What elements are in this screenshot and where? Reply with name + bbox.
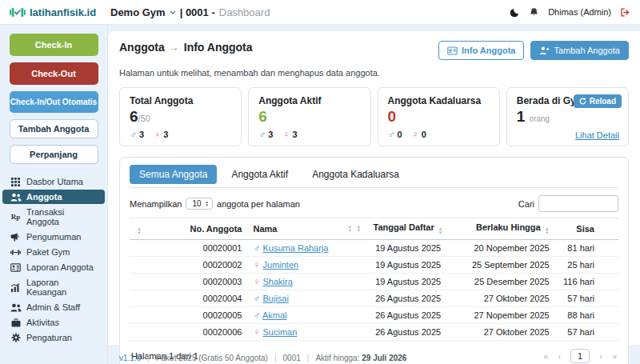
users-icon <box>10 193 22 202</box>
male-count: 3 <box>268 130 273 139</box>
sidebar-item-pengumuman[interactable]: Pengumuman <box>2 230 105 244</box>
reload-button[interactable]: Reload <box>574 94 622 108</box>
add-member-side-button[interactable]: Tambah Anggota <box>10 119 98 138</box>
moon-icon <box>510 7 520 18</box>
female-count: 3 <box>163 130 168 139</box>
tab-anggota-kadaluarsa[interactable]: Anggota Kadaluarsa <box>302 165 409 184</box>
page-label: Dashboard <box>219 6 270 18</box>
sidebar-item-pengaturan[interactable]: Pengaturan <box>2 330 105 345</box>
brand[interactable]: latihanfisik.id <box>10 6 110 18</box>
tab-anggota-aktif[interactable]: Anggota Aktif <box>222 165 298 184</box>
member-name-link[interactable]: Kusuma Raharja <box>263 243 329 253</box>
megaphone-icon <box>10 233 22 242</box>
days-left: 57 hari <box>554 290 618 307</box>
member-name-link[interactable]: Juminten <box>263 260 299 270</box>
gym-name[interactable]: Demo Gym <box>110 6 166 18</box>
id-card-icon <box>447 46 458 55</box>
sidebar-item-laporan-anggota[interactable]: Laporan Anggota <box>2 260 105 274</box>
tambah-anggota-label: Tambah Anggota <box>554 46 620 55</box>
col-berlaku-hingga[interactable]: Berlaku Hingga <box>452 218 554 240</box>
sort-icon <box>438 227 443 235</box>
days-left: 88 hari <box>554 307 618 324</box>
col-nama[interactable]: Nama <box>245 218 364 240</box>
active-until-date: 29 Juli 2026 <box>362 354 406 362</box>
male-icon: ♂ <box>388 129 395 140</box>
tambah-anggota-button[interactable]: Tambah Anggota <box>530 41 629 60</box>
checkout-button[interactable]: Check-Out <box>10 62 98 85</box>
row-spacer <box>130 240 146 257</box>
col-sisa[interactable]: Sisa <box>554 218 618 240</box>
sidebar-item-laporan-keuangan[interactable]: Laporan Keuangan <box>2 275 105 299</box>
member-report-icon <box>10 263 22 272</box>
sidebar-item-label: Laporan Keuangan <box>26 278 98 297</box>
table-header-row: No. Anggota Nama Tanggal Daftar Berlaku … <box>130 218 618 240</box>
valid-until-date: 27 Nopember 2025 <box>452 307 554 324</box>
member-name-link[interactable]: Bujisai <box>263 294 289 303</box>
member-name-cell: ♂ Kusuma Raharja <box>245 240 364 257</box>
row-spacer <box>130 324 146 341</box>
register-date: 19 Agustus 2025 <box>364 257 452 274</box>
search-input[interactable] <box>538 195 618 212</box>
version-link[interactable]: v1.1.0 <box>119 354 141 362</box>
valid-until-date: 27 Oktober 2025 <box>452 324 554 341</box>
auto-checkinout-button[interactable]: Check-In/Out Otomatis <box>10 91 98 113</box>
col-no-anggota[interactable]: No. Anggota <box>146 218 245 240</box>
col-tanggal-daftar[interactable]: Tanggal Daftar <box>364 218 452 240</box>
member-name-cell: ♀ Suciman <box>245 324 364 341</box>
plan-label: Paket 2025 (Gratis 50 Anggota) <box>156 354 268 362</box>
col-row-sort[interactable] <box>130 218 146 240</box>
sidebar-item-admin-staff[interactable]: Admin & Staff <box>2 300 105 314</box>
tab-semua-anggota[interactable]: Semua Anggota <box>130 165 217 184</box>
member-name-link[interactable]: Suciman <box>263 327 298 337</box>
col-berlaku-hingga-label: Berlaku Hingga <box>476 222 541 232</box>
female-icon: ♀ <box>253 259 260 270</box>
member-name-link[interactable]: Shakira <box>263 277 293 286</box>
valid-until-date: 25 September 2025 <box>452 257 554 274</box>
admin-icon <box>10 303 22 312</box>
sidebar-item-anggota[interactable]: Anggota <box>2 190 105 204</box>
sidebar-item-label: Laporan Anggota <box>26 262 94 272</box>
row-spacer <box>130 257 146 274</box>
table-row: 00020004♂ Bujisai26 Agustus 202527 Oktob… <box>130 290 618 307</box>
chevron-down-icon[interactable] <box>170 10 176 14</box>
breadcrumb-section[interactable]: Anggota <box>119 41 165 54</box>
logout-button[interactable] <box>620 7 630 18</box>
reload-label: Reload <box>590 97 616 106</box>
register-date: 26 Agustus 2025 <box>364 307 452 324</box>
register-date: 26 Agustus 2025 <box>364 324 452 341</box>
table-row: 00020002♀ Juminten19 Agustus 202525 Sept… <box>130 257 618 274</box>
pagesize-select[interactable]: 10 <box>186 198 213 210</box>
sidebar-item-transaksi-anggota[interactable]: RpTransaksi Anggota <box>2 205 105 229</box>
lihat-detail-link[interactable]: Lihat Detail <box>575 130 619 140</box>
sidebar-item-aktivitas[interactable]: Aktivitas <box>2 315 105 330</box>
total-count: 6 <box>130 108 138 125</box>
days-left: 57 hari <box>554 324 618 341</box>
checkin-button[interactable]: Check-In <box>10 34 98 56</box>
renew-button[interactable]: Perpanjang <box>10 145 98 164</box>
table-row: 00020003♀ Shakira19 Agustus 202525 Desem… <box>130 274 618 290</box>
user-label[interactable]: Dhimas (Admin) <box>548 7 611 17</box>
member-name-cell: ♀ Juminten <box>245 257 364 274</box>
member-name-link[interactable]: Akmal <box>262 310 287 320</box>
sidebar-item-paket-gym[interactable]: Paket Gym <box>2 245 105 259</box>
info-anggota-button[interactable]: Info Anggota <box>438 41 524 60</box>
table-row: 00020005♂ Akmal26 Agustus 202527 Nopembe… <box>130 307 618 324</box>
brand-name: latihanfisik.id <box>30 6 96 18</box>
notifications-button[interactable] <box>529 7 539 18</box>
row-spacer <box>130 290 146 307</box>
col-tanggal-daftar-label: Tanggal Daftar <box>374 222 434 232</box>
col-nama-label: Nama <box>253 224 277 234</box>
sidebar-item-dasbor-utama[interactable]: Dasbor Utama <box>2 174 105 189</box>
dark-mode-toggle[interactable] <box>510 7 520 18</box>
bell-icon <box>529 7 539 18</box>
member-name-cell: ♀ Shakira <box>245 274 364 290</box>
dumbbell-icon <box>10 249 22 256</box>
pagesize-suffix: anggota per halaman <box>217 199 300 209</box>
pagesize-value: 10 <box>192 199 201 208</box>
grid-icon <box>10 178 22 186</box>
register-date: 19 Agustus 2025 <box>364 240 452 257</box>
sort-icon <box>137 227 142 235</box>
briefcase-icon <box>10 318 22 327</box>
member-name-cell: ♂ Bujisai <box>245 290 364 307</box>
card-title: Total Anggota <box>130 95 231 106</box>
